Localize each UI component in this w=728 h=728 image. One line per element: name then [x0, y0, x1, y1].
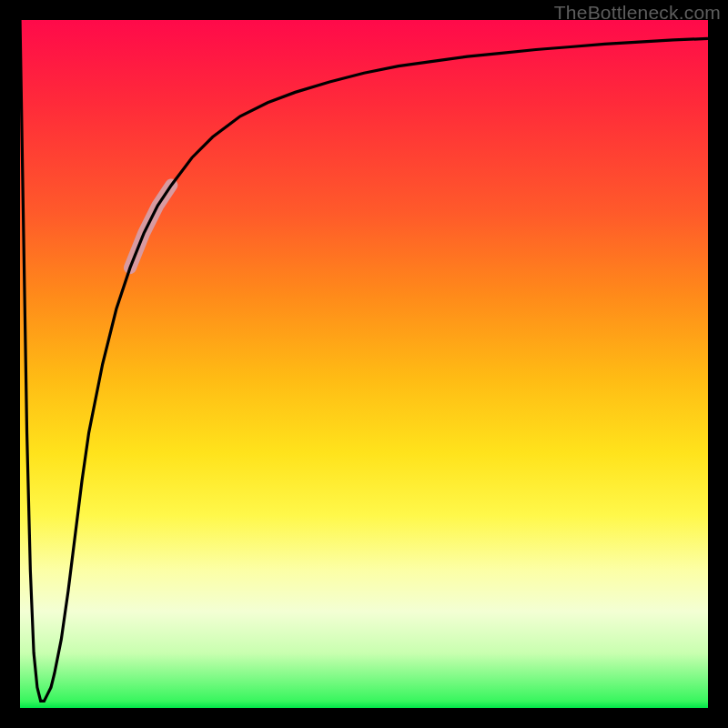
- bottleneck-curve: [20, 20, 708, 701]
- chart-frame: TheBottleneck.com: [0, 0, 728, 728]
- curve-layer: [20, 20, 708, 708]
- plot-area: [20, 20, 708, 708]
